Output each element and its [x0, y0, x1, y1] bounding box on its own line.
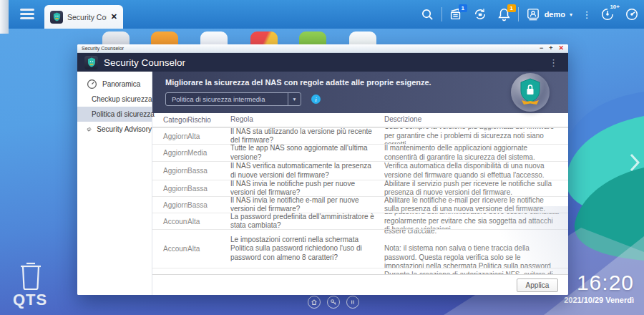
clock-time: 16:20	[564, 271, 634, 295]
dropdown-caret-icon: ▼	[288, 93, 301, 105]
column-header-descrizione[interactable]: Descrizione	[384, 113, 568, 127]
window-header: Security Counselor ⋮	[77, 53, 568, 72]
column-header-categoria[interactable]: Categoria▼	[152, 113, 187, 127]
window-header-menu-icon[interactable]: ⋮	[546, 57, 561, 68]
window-titlebar-title: Security Counselor	[82, 46, 540, 51]
megaphone-icon	[87, 124, 92, 135]
table-row[interactable]: Account Alta La password predefinita del…	[152, 213, 568, 229]
table-row[interactable]: Aggiorna Bassa Il NAS verifica automatic…	[152, 161, 568, 180]
security-counselor-window: Security Counselor − + ✕ Security Counse…	[77, 44, 568, 295]
window-footer: Applica	[152, 274, 568, 295]
table-row[interactable]: Aggiorna Bassa Il NAS invia le notifiche…	[152, 180, 568, 196]
myqnapcloud-icon[interactable]	[308, 296, 321, 309]
more-options-icon[interactable]: ⋮	[578, 0, 595, 29]
topbar-divider	[518, 7, 519, 21]
desktop: Security Cou... ✕ 1 1 demo ▾	[0, 0, 644, 315]
security-counselor-header-icon	[84, 56, 98, 69]
desktop-clock: 16:20 2021/10/29 Venerdì	[564, 271, 634, 304]
security-shield-badge	[511, 73, 550, 112]
qts-logo: QTS	[13, 291, 47, 309]
window-titlebar: Security Counselor − + ✕	[77, 44, 568, 53]
sidebar-item-politica-di-sicurezza[interactable]: Politica di sicurezza	[77, 107, 152, 122]
main-menu-icon[interactable]	[20, 9, 34, 20]
window-minimize-icon[interactable]: −	[540, 45, 543, 52]
tab-label: Security Cou...	[67, 13, 107, 21]
tab-close-icon[interactable]: ✕	[111, 12, 117, 21]
side-panel-edge	[0, 0, 9, 34]
security-counselor-app-icon	[50, 11, 63, 24]
overview-gauge-icon	[87, 79, 97, 89]
table-row[interactable]: Aggiorna Media Tutte le app NAS sono agg…	[152, 144, 568, 161]
table-row[interactable]: Account Alta Le impostazioni correnti ne…	[152, 229, 568, 268]
topbar: Security Cou... ✕ 1 1 demo ▾	[0, 0, 644, 29]
policy-dropdown-value: Politica di sicurezza intermedia	[166, 95, 288, 103]
table-row[interactable]: Aggiorna Alta Il NAS sta utilizzando la …	[152, 127, 568, 144]
column-header-rischio[interactable]: Rischio	[187, 113, 230, 127]
utility-key-icon[interactable]	[327, 296, 340, 309]
search-icon[interactable]	[416, 0, 440, 29]
desktop-dock	[308, 296, 359, 309]
table-row[interactable]: Durante la creazione di autorizzazioni N…	[152, 268, 568, 274]
sidebar-item-security-advisory[interactable]: Security Advisory	[77, 122, 152, 137]
user-caret-icon: ▾	[570, 11, 572, 18]
table-row[interactable]: Aggiorna Bassa Il NAS invia le notifiche…	[152, 196, 568, 213]
clock-date: 2021/10/29 Venerdì	[564, 296, 634, 304]
apply-button[interactable]: Applica	[517, 278, 558, 292]
window-main: Migliorare la sicurezza del NAS con rego…	[152, 72, 568, 295]
notifications-badge: 1	[507, 4, 516, 12]
tab-security-counselor[interactable]: Security Cou... ✕	[44, 5, 123, 29]
background-tasks-icon[interactable]: 1	[444, 0, 468, 29]
next-desktop-chevron-icon[interactable]	[630, 153, 640, 172]
dashboard-columns-icon[interactable]	[346, 296, 359, 309]
policy-banner: Migliorare la sicurezza del NAS con rego…	[152, 72, 568, 113]
sidebar-item-panoramica[interactable]: Panoramica	[77, 77, 152, 92]
window-sidebar: Panoramica Checkup sicurezza Politica di…	[77, 72, 152, 295]
user-menu[interactable]: demo ▾	[520, 8, 578, 21]
topbar-divider	[441, 7, 442, 21]
sync-lock-icon[interactable]	[468, 0, 492, 29]
rules-table: Categoria▼ Rischio Regola Descrizione Ag…	[152, 113, 568, 274]
banner-message: Migliorare la sicurezza del NAS con rego…	[165, 78, 568, 87]
tasks-badge: 1	[459, 4, 467, 12]
resource-badge: 10+	[610, 4, 620, 10]
window-header-title: Security Counselor	[104, 57, 540, 68]
user-name: demo	[545, 10, 565, 19]
user-avatar-icon	[526, 8, 540, 21]
notifications-bell-icon[interactable]: 1	[492, 0, 517, 29]
window-maximize-icon[interactable]: +	[549, 45, 552, 52]
table-header-row: Categoria▼ Rischio Regola Descrizione	[152, 113, 568, 127]
sidebar-item-checkup-sicurezza[interactable]: Checkup sicurezza	[77, 92, 152, 107]
resource-monitor-icon[interactable]: 10+	[595, 0, 620, 29]
recycle-bin-icon[interactable]	[17, 259, 44, 291]
dashboard-icon[interactable]	[620, 0, 644, 29]
column-header-regola[interactable]: Regola	[230, 113, 384, 127]
info-icon[interactable]: i	[311, 94, 321, 104]
window-close-icon[interactable]: ✕	[558, 45, 564, 52]
policy-dropdown[interactable]: Politica di sicurezza intermedia ▼	[165, 92, 301, 106]
